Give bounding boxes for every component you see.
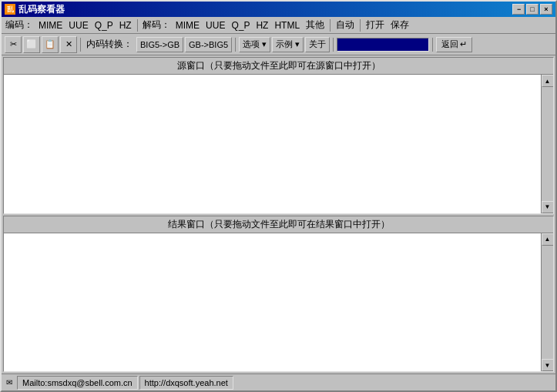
- cut-button[interactable]: ✂: [5, 36, 22, 53]
- source-panel: 源窗口（只要拖动文件至此即可在源窗口中打开） ▲ ▼: [3, 57, 554, 214]
- app-icon: 乱: [5, 4, 15, 15]
- return-button[interactable]: 返回 ↵: [436, 37, 472, 52]
- encode-mime[interactable]: MIME: [35, 19, 65, 32]
- cancel-icon: ✕: [65, 39, 72, 49]
- source-scroll-down[interactable]: ▼: [542, 201, 554, 213]
- source-scroll-track: [542, 87, 554, 201]
- source-panel-content[interactable]: ▲ ▼: [4, 75, 553, 213]
- close-button[interactable]: ×: [540, 4, 552, 15]
- decode-html[interactable]: HTML: [271, 19, 303, 32]
- decode-mime[interactable]: MIME: [173, 19, 203, 32]
- decode-qp[interactable]: Q_P: [228, 19, 253, 32]
- main-area: 源窗口（只要拖动文件至此即可在源窗口中打开） ▲ ▼ 结果窗口（只要拖动文件至此…: [2, 55, 555, 374]
- encode-uue[interactable]: UUE: [65, 19, 91, 32]
- save-menu[interactable]: 保存: [388, 18, 412, 32]
- source-scrollbar-v[interactable]: ▲ ▼: [541, 75, 553, 213]
- email-status: Mailto:smsdxq@sbell.com.cn: [17, 376, 138, 390]
- result-scroll-up[interactable]: ▲: [542, 233, 554, 246]
- toolbar: ✂ ⬜ 📋 ✕ 内码转换： BIG5->GB GB->BIG5 选项 ▾ 示例 …: [2, 34, 555, 55]
- inner-code-label: 内码转换：: [84, 38, 135, 51]
- options-button[interactable]: 选项 ▾: [239, 37, 270, 52]
- auto-menu[interactable]: 自动: [333, 18, 357, 32]
- title-buttons: － □ ×: [512, 4, 552, 15]
- about-button[interactable]: 关于: [305, 37, 330, 52]
- encode-label: 编码：: [3, 18, 35, 32]
- menu-sep-1: [137, 19, 138, 32]
- progress-bar: [337, 38, 429, 52]
- result-scroll-track: [542, 246, 554, 360]
- email-icon: ✉: [3, 377, 15, 389]
- options-label: 选项: [243, 39, 260, 49]
- result-panel: 结果窗口（只要拖动文件至此即可在结果窗口中打开） ▲ ▼: [3, 216, 554, 373]
- copy-button[interactable]: ⬜: [23, 36, 40, 53]
- toolbar-sep-4: [432, 38, 433, 52]
- encode-hz[interactable]: HZ: [116, 19, 135, 32]
- result-scroll-down[interactable]: ▼: [542, 359, 554, 371]
- examples-label: 示例: [276, 39, 293, 49]
- toolbar-sep-1: [80, 38, 81, 52]
- result-scrollbar-v[interactable]: ▲ ▼: [541, 233, 553, 372]
- source-panel-header: 源窗口（只要拖动文件至此即可在源窗口中打开）: [4, 58, 553, 75]
- gb-to-big5-button[interactable]: GB->BIG5: [185, 37, 232, 52]
- paste-icon: 📋: [45, 39, 55, 49]
- copy-icon: ⬜: [26, 39, 37, 49]
- cancel-button[interactable]: ✕: [60, 36, 77, 53]
- source-scroll-up[interactable]: ▲: [542, 75, 554, 87]
- title-bar-text: 乱 乱码察看器: [5, 3, 65, 16]
- big5-to-gb-button[interactable]: BIG5->GB: [136, 37, 183, 52]
- encode-qp[interactable]: Q_P: [92, 19, 116, 32]
- cut-icon: ✂: [10, 39, 17, 49]
- options-arrow-icon: ▾: [262, 39, 267, 49]
- decode-other[interactable]: 其他: [303, 18, 327, 32]
- decode-uue[interactable]: UUE: [203, 19, 228, 32]
- result-panel-content[interactable]: ▲ ▼: [4, 233, 553, 372]
- decode-label: 解码：: [140, 18, 173, 32]
- menu-bar: 编码： MIME UUE Q_P HZ 解码： MIME UUE Q_P HZ …: [2, 17, 555, 34]
- menu-sep-2: [330, 19, 331, 32]
- window-title: 乱码察看器: [18, 3, 65, 16]
- result-panel-header: 结果窗口（只要拖动文件至此即可在结果窗口中打开）: [4, 216, 553, 233]
- toolbar-sep-2: [235, 38, 236, 52]
- paste-button[interactable]: 📋: [42, 36, 59, 53]
- decode-hz[interactable]: HZ: [253, 19, 271, 32]
- main-window: 乱 乱码察看器 － □ × 编码： MIME UUE Q_P HZ 解码： MI…: [0, 0, 557, 392]
- minimize-button[interactable]: －: [512, 4, 525, 15]
- menu-sep-3: [360, 19, 361, 32]
- toolbar-sep-3: [333, 38, 334, 52]
- title-bar: 乱 乱码察看器 － □ ×: [2, 2, 555, 17]
- open-menu[interactable]: 打开: [363, 18, 388, 32]
- examples-arrow-icon: ▾: [295, 39, 300, 49]
- return-label: 返回: [441, 39, 458, 50]
- examples-button[interactable]: 示例 ▾: [272, 37, 304, 52]
- status-bar: ✉ Mailto:smsdxq@sbell.com.cn http://dxqs…: [2, 374, 555, 390]
- return-icon: ↵: [460, 39, 467, 49]
- website-status: http://dxqsoft.yeah.net: [139, 376, 233, 390]
- maximize-button[interactable]: □: [526, 4, 539, 15]
